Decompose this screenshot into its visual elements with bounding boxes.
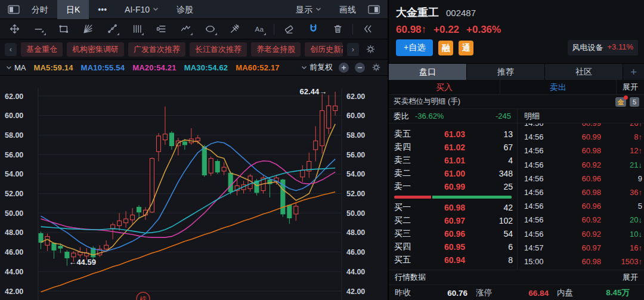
sector-change-pct: +3.11% [608, 42, 634, 53]
add-watchlist-button[interactable]: +自选 [396, 39, 433, 56]
low-price-annotation: ←44.59 [69, 258, 96, 267]
orderbook-row[interactable]: 卖一60.9925 [389, 180, 517, 193]
svg-text:58.00: 58.00 [346, 131, 365, 140]
tab-日K[interactable]: 日K [57, 0, 89, 19]
gann-grid-icon[interactable] [149, 19, 174, 39]
trade-detail-row: 14:5660.998↑ [518, 130, 644, 144]
button-显示[interactable]: 显示 [287, 0, 330, 19]
tags-list: 基金重仓机构密集调研广发首次推荐长江首次推荐养老金持股创历史新高 [21, 42, 343, 57]
orderbook-row[interactable]: 卖二61.00348 [389, 167, 517, 180]
svg-text:50.00: 50.00 [5, 209, 23, 218]
trade-details-list[interactable]: 14:5660.9926↑14:5660.998↑14:5660.9812↑14… [517, 123, 644, 270]
candlestick-chart[interactable]: 62.0062.0060.0060.0058.0058.0056.0056.00… [0, 75, 388, 300]
toggle-right-panel-icon[interactable] [365, 0, 383, 19]
sell-ratio-segment [432, 196, 512, 199]
sector-chip[interactable]: 风电设备 +3.11% [568, 40, 639, 55]
svg-text:52.00: 52.00 [346, 190, 365, 198]
add-tab-button[interactable]: + [623, 64, 644, 80]
tags-settings-gear-icon[interactable] [363, 42, 377, 57]
orderbook-row[interactable]: 卖三61.014 [389, 154, 517, 167]
trade-detail-row: 14:5660.9220↓ [518, 213, 644, 227]
tab-AI-F10[interactable]: AI-F10 [116, 0, 168, 19]
price-change-pct: +0.36% [466, 24, 501, 36]
rect-icon[interactable] [51, 19, 76, 39]
gann-fan-icon[interactable] [76, 19, 100, 39]
adjust-mode-dropdown[interactable]: 前复权 [301, 62, 333, 73]
trash-icon[interactable] [326, 19, 350, 39]
ellipse-icon[interactable] [198, 19, 222, 39]
orderbook-row[interactable]: 买一60.9842 [389, 201, 517, 214]
stock-code: 002487 [446, 8, 476, 18]
orderbook-row[interactable]: 买四60.956 [389, 240, 517, 253]
zoom-in-icon[interactable] [339, 63, 349, 73]
period-tabs: 分时日K•••AI-F10诊股 [23, 0, 202, 19]
news-tag[interactable]: 广发首次推荐 [128, 42, 185, 57]
price-row: 60.98↑ +0.22 +0.36% [396, 24, 638, 36]
ma-right-controls: 前复权 [301, 62, 382, 73]
buy-button[interactable]: 买入 [389, 80, 500, 94]
tab-诊股[interactable]: 诊股 [168, 0, 202, 19]
zoom-out-icon[interactable] [355, 63, 365, 73]
ma-legend: MA5:59.14MA10:55.54MA20:54.21MA30:54.62M… [34, 63, 280, 72]
trend-line-icon[interactable] [27, 19, 51, 39]
svg-text:54.00: 54.00 [5, 170, 23, 178]
quote-panel: 大金重工 002487 60.98↑ +0.22 +0.36% +自选 融 通 … [388, 0, 644, 300]
news-tag[interactable]: 长江首次推荐 [190, 42, 247, 57]
gold-level-badge[interactable]: 金 [615, 97, 626, 107]
expand-market-data-button[interactable]: 展开 [623, 272, 638, 283]
svg-text:58.00: 58.00 [5, 131, 23, 140]
panel-tab-推荐[interactable]: 推荐 [467, 64, 545, 80]
toolbar-divider [274, 24, 274, 35]
orderbook-row[interactable]: 买三60.9654 [389, 227, 517, 240]
toggle-left-panel-icon[interactable] [5, 0, 23, 19]
svg-text:48.00: 48.00 [346, 228, 365, 237]
vertical-lines-icon[interactable] [125, 19, 149, 39]
sector-name: 风电设备 [572, 42, 603, 53]
chart-settings-gear-icon[interactable] [371, 62, 382, 73]
move-icon[interactable] [2, 19, 27, 39]
news-tag[interactable]: 基金重仓 [21, 42, 63, 57]
weibi-pct: -36.62% [415, 112, 444, 120]
eraser-icon[interactable] [277, 19, 301, 39]
expand-orderbook-button[interactable]: 展开 [617, 80, 644, 94]
trade-detail-row: 14:5660.9926↑ [518, 123, 644, 130]
details-header: 明细 [517, 109, 644, 123]
margin-badge: 融 [438, 41, 453, 55]
text-icon[interactable]: Aa [247, 19, 271, 39]
wave-icon[interactable] [174, 19, 198, 39]
ma-label: MA [14, 63, 26, 72]
panel-tab-社区[interactable]: 社区 [545, 64, 623, 80]
panel-tab-盘口[interactable]: 盘口 [389, 64, 467, 80]
orderbook-row[interactable]: 卖四61.0267 [389, 141, 517, 154]
measure-icon[interactable] [100, 19, 125, 39]
market-data-row: 昨收60.76涨停66.84内盘8.45万 [389, 285, 644, 300]
magnet-icon[interactable] [301, 19, 326, 39]
trade-detail-row: 14:5660.9812↑ [518, 144, 644, 157]
ma-collapse-chevron-icon[interactable]: MA [6, 63, 26, 72]
orderbook-row[interactable]: 卖五61.0313 [389, 128, 517, 141]
tags-next-button[interactable]: › [347, 43, 359, 56]
chart-panel: 分时日K•••AI-F10诊股 显示画线 Aa ‹ 基金重仓机构密集调研广发首次… [0, 0, 388, 300]
tab-分时[interactable]: 分时 [23, 0, 57, 19]
orderbook-row[interactable]: 买二60.97102 [389, 214, 517, 227]
tab-•••[interactable]: ••• [89, 0, 116, 19]
last-price: 60.98↑ [396, 24, 426, 36]
level-count-badge[interactable]: 5 [630, 97, 639, 107]
orderbook-and-details: 卖五61.0313卖四61.0267卖三61.014卖二61.00348卖一60… [389, 123, 644, 270]
svg-text:62.00: 62.00 [346, 92, 365, 101]
weibi-row: 委比 -36.62% -245 明细 [389, 109, 644, 123]
tags-prev-button[interactable]: ‹ [5, 43, 17, 56]
sell-button[interactable]: 卖出 [500, 80, 617, 94]
svg-text:44.00: 44.00 [346, 268, 365, 276]
news-tag[interactable]: 养老金持股 [251, 42, 301, 57]
quote-header: 大金重工 002487 60.98↑ +0.22 +0.36% +自选 融 通 … [389, 0, 644, 63]
rake-icon[interactable] [222, 19, 247, 39]
orderbook-row[interactable]: 买五60.948 [389, 253, 517, 267]
news-tag[interactable]: 创历史新高 [305, 42, 343, 57]
collapse-icon[interactable] [355, 19, 380, 39]
svg-text:42.00: 42.00 [5, 287, 23, 296]
news-tag[interactable]: 机构密集调研 [67, 42, 124, 57]
button-画线[interactable]: 画线 [330, 0, 365, 19]
svg-text:60.00: 60.00 [346, 112, 365, 120]
market-stat: 昨收60.76 [395, 287, 476, 298]
